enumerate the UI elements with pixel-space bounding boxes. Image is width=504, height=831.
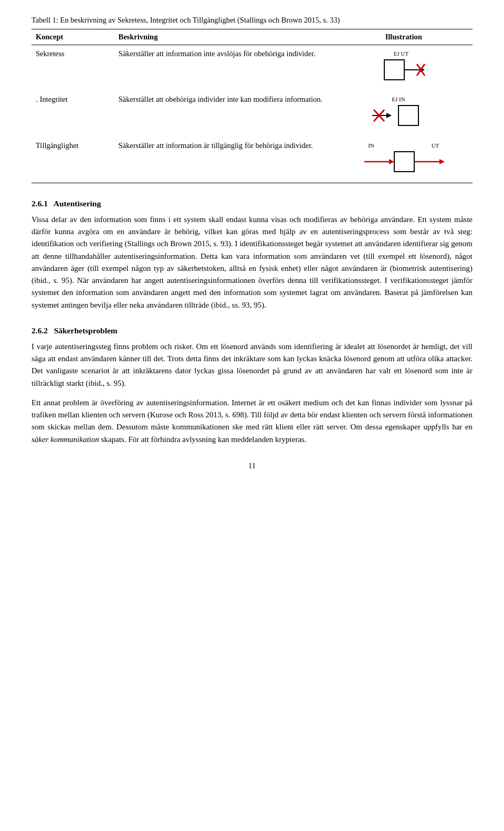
section-262-paragraph-0: I varje autentiseringssteg finns problem… (32, 341, 472, 390)
main-table: Koncept Beskrivning Illustration Sekrete… (32, 29, 472, 183)
section-261-paragraph-0: Vissa delar av den information som finns… (32, 214, 472, 311)
svg-text:UT: UT (431, 142, 439, 149)
svg-rect-16 (394, 152, 414, 172)
section-261-heading: 2.6.1 Autentisering (32, 199, 472, 208)
description-cell: Säkerställer att information är tillgäng… (114, 137, 335, 183)
svg-text:IN: IN (368, 142, 374, 149)
illustration-cell-integritet: EJ IN (335, 91, 473, 136)
concept-cell: Sekretess (32, 45, 114, 91)
section-262-heading: 2.6.2 Säkerhetsproblem (32, 326, 472, 335)
section-261-number: 2.6.1 (32, 199, 48, 208)
section-262-number: 2.6.2 (32, 326, 48, 335)
illustration-cell-sekretess: EJ UT (335, 45, 473, 91)
table-row: Sekretess Säkerställer att information i… (32, 45, 472, 91)
table-row: .Integritet Säkerstället att obehöriga i… (32, 91, 472, 136)
table-row: Tillgänglighet Säkerställer att informat… (32, 137, 472, 183)
section-262-title: Säkerhetsproblem (54, 326, 118, 335)
tillganglighet-illustration-svg: IN UT (362, 140, 446, 177)
integritet-illustration-svg: EJ IN (370, 94, 438, 131)
svg-text:EJ UT: EJ UT (394, 50, 409, 57)
section-261: 2.6.1 Autentisering Vissa delar av den i… (32, 199, 472, 311)
svg-rect-11 (398, 106, 418, 125)
description-cell: Säkerstället att obehöriga individer int… (114, 91, 335, 136)
section-261-title: Autentisering (54, 199, 101, 208)
svg-rect-1 (384, 60, 404, 80)
section-262: 2.6.2 Säkerhetsproblem I varje autentise… (32, 326, 472, 446)
concept-cell: .Integritet (32, 91, 114, 136)
page-content: Tabell 1: En beskrivning av Sekretess, I… (32, 16, 472, 470)
svg-text:EJ IN: EJ IN (392, 96, 405, 102)
table-caption: Tabell 1: En beskrivning av Sekretess, I… (32, 16, 472, 25)
page-number: 11 (32, 461, 472, 470)
section-262-paragraph-1: Ett annat problem är överföring av auten… (32, 397, 472, 446)
concept-cell: Tillgänglighet (32, 137, 114, 183)
col-header-description: Beskrivning (114, 29, 335, 45)
illustration-cell-tillganglighet: IN UT (335, 137, 473, 183)
svg-marker-18 (439, 159, 445, 164)
sekretess-illustration-svg: EJ UT (370, 48, 438, 85)
description-cell: Säkerställer att information inte avslöj… (114, 45, 335, 91)
svg-marker-8 (386, 113, 392, 118)
col-header-illustration: Illustration (335, 29, 473, 45)
col-header-concept: Koncept (32, 29, 114, 45)
svg-marker-15 (389, 159, 394, 164)
